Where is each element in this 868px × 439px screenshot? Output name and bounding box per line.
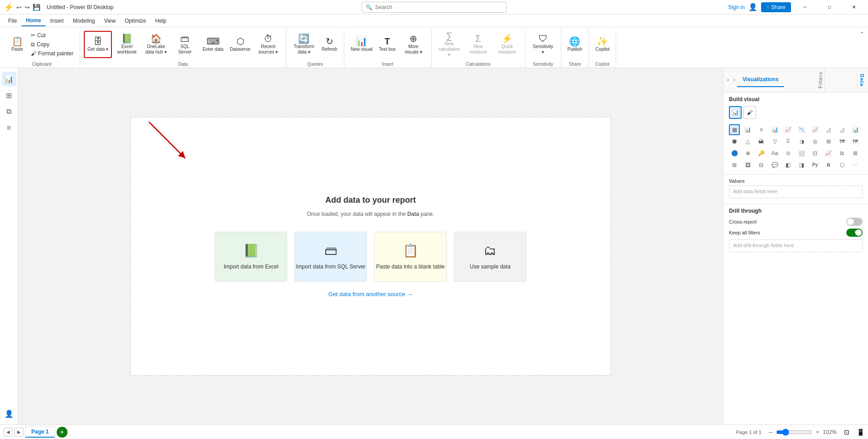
clustered-col-icon-btn[interactable]: 📊 bbox=[769, 124, 780, 135]
values-drop-area[interactable]: Add data fields here bbox=[729, 185, 863, 198]
stacked-bar-100-icon-btn[interactable]: ≡ bbox=[756, 124, 767, 135]
gauge-icon-btn[interactable]: ⊙ bbox=[783, 148, 794, 159]
kpi-icon-btn[interactable]: 📈 bbox=[823, 148, 834, 159]
clustered-bar-icon-btn[interactable]: 📊 bbox=[743, 124, 753, 135]
stacked-col-icon-btn[interactable]: 📈 bbox=[783, 124, 794, 135]
zoom-out-btn[interactable]: ─ bbox=[769, 429, 773, 435]
zoom-in-btn[interactable]: + bbox=[816, 429, 819, 435]
account-icon[interactable]: 👤 bbox=[748, 3, 757, 11]
powerautomate-icon-btn[interactable]: ◨ bbox=[796, 160, 807, 171]
copilot-button[interactable]: ✨ Copilot bbox=[593, 31, 612, 58]
format-icon-btn[interactable]: 🖌 bbox=[743, 106, 756, 119]
quick-measure-button[interactable]: ⚡ Quick measure bbox=[493, 31, 521, 58]
menu-insert[interactable]: Insert bbox=[46, 16, 68, 26]
paginated-icon-btn[interactable]: ⊟ bbox=[756, 160, 767, 171]
zoom-slider[interactable] bbox=[776, 429, 812, 436]
more-visuals-viz-btn[interactable]: ⋯ bbox=[850, 160, 861, 171]
add-page-btn[interactable]: + bbox=[57, 427, 68, 438]
funnel-icon-btn[interactable]: ▽ bbox=[769, 136, 780, 147]
copy-button[interactable]: ⧉ Copy bbox=[28, 40, 76, 49]
menu-optimize[interactable]: Optimize bbox=[120, 16, 150, 26]
page-prev-btn[interactable]: ◀ bbox=[4, 428, 13, 437]
filters-label[interactable]: Filters bbox=[818, 68, 823, 92]
key-influencers-icon-btn[interactable]: 🔑 bbox=[756, 148, 767, 159]
transform-data-button[interactable]: 🔄 Transform data ▾ bbox=[290, 31, 318, 58]
treemap-icon-btn[interactable]: ⊞ bbox=[823, 136, 834, 147]
bar-chart-icon-btn[interactable]: ▦ bbox=[729, 124, 740, 135]
menu-view[interactable]: View bbox=[99, 16, 120, 26]
menu-home[interactable]: Home bbox=[21, 15, 45, 26]
smart-narrative-icon-btn[interactable]: Aa bbox=[769, 148, 780, 159]
matrix-icon-btn[interactable]: ⊞ bbox=[729, 160, 740, 171]
menu-help[interactable]: Help bbox=[151, 16, 171, 26]
menu-modeling[interactable]: Modeling bbox=[68, 16, 100, 26]
table-view-btn[interactable]: ⊞ bbox=[2, 88, 16, 102]
map-icon-btn[interactable]: 🗺 bbox=[837, 136, 848, 147]
sample-data-card[interactable]: 🗂 Use sample data bbox=[454, 232, 526, 282]
image-icon-btn[interactable]: 🖼 bbox=[743, 160, 753, 171]
save-btn[interactable]: 💾 bbox=[33, 4, 40, 11]
drill-fields-drop[interactable]: Add drill-through fields here bbox=[729, 239, 863, 252]
panel-prev-btn[interactable]: ‹ bbox=[725, 75, 731, 85]
ribbon-chart-icon-btn[interactable]: △ bbox=[743, 136, 753, 147]
pie-icon-btn[interactable]: ◑ bbox=[796, 136, 807, 147]
publish-button[interactable]: 🌐 Publish bbox=[565, 31, 585, 58]
cut-button[interactable]: ✂ Cut bbox=[28, 31, 76, 39]
settings-btn[interactable]: 👤 bbox=[2, 406, 16, 421]
stacked-area-icon-btn[interactable]: ◿ bbox=[837, 124, 848, 135]
panel-next-btn[interactable]: › bbox=[732, 75, 737, 85]
report-view-btn[interactable]: 📊 bbox=[2, 72, 16, 86]
fit-page-btn[interactable]: ⊡ bbox=[844, 429, 849, 436]
page-next-btn[interactable]: ▶ bbox=[14, 428, 24, 437]
line-stacked-icon-btn[interactable]: ⬟ bbox=[729, 136, 740, 147]
onelake-button[interactable]: 🏠 OneLake data hub ▾ bbox=[142, 31, 170, 58]
paste-button[interactable]: 📋 Paste bbox=[7, 31, 27, 58]
recent-sources-button[interactable]: ⏱ Recent sources ▾ bbox=[254, 31, 282, 58]
line-clustered-icon-btn[interactable]: 📊 bbox=[850, 124, 861, 135]
r-icon-btn[interactable]: R bbox=[823, 160, 834, 171]
refresh-button[interactable]: ↻ Refresh bbox=[319, 31, 340, 58]
maximize-btn[interactable]: □ bbox=[819, 0, 840, 15]
waterfall-icon-btn[interactable]: 🏔 bbox=[756, 136, 767, 147]
redo-btn[interactable]: ↪ bbox=[24, 4, 30, 11]
multirow-card-icon-btn[interactable]: ⊡ bbox=[810, 148, 820, 159]
collapse-ribbon-btn[interactable]: ⌃ bbox=[860, 31, 864, 37]
import-excel-card[interactable]: 📗 Import data from Excel bbox=[215, 232, 287, 282]
model-view-btn[interactable]: ⧉ bbox=[2, 104, 16, 119]
report-canvas[interactable]: Add data to your report Once loaded, you… bbox=[130, 117, 611, 376]
sign-in-link[interactable]: Sign in bbox=[728, 4, 745, 10]
get-data-button[interactable]: 🗄 Get data ▾ bbox=[84, 31, 112, 58]
format-painter-button[interactable]: 🖌 Format painter bbox=[28, 49, 76, 58]
new-visual-button[interactable]: 📊 New visual bbox=[348, 31, 375, 58]
dax-query-btn[interactable]: ≡ bbox=[2, 121, 16, 135]
menu-file[interactable]: File bbox=[4, 16, 21, 26]
data-label[interactable]: Data bbox=[859, 70, 865, 90]
text-box-button[interactable]: T Text box bbox=[376, 31, 398, 58]
sql-server-button[interactable]: 🗃 SQL Server bbox=[171, 31, 199, 58]
page-1-tab[interactable]: Page 1 bbox=[25, 426, 55, 438]
minimize-btn[interactable]: ─ bbox=[795, 0, 815, 15]
share-button[interactable]: ↑ Share bbox=[761, 2, 791, 12]
donut-icon-btn[interactable]: ◎ bbox=[810, 136, 820, 147]
powerapp-icon-btn[interactable]: ◧ bbox=[783, 160, 794, 171]
enter-data-button[interactable]: ⌨ Enter data bbox=[200, 31, 226, 58]
filters-tab[interactable]: Filters bbox=[816, 68, 825, 92]
shape-icon-btn[interactable]: ⬡ bbox=[837, 160, 848, 171]
paste-data-card[interactable]: 📋 Paste data into a blank table bbox=[374, 232, 447, 282]
stacked-col-100-icon-btn[interactable]: 📉 bbox=[796, 124, 807, 135]
azure-map-icon-btn[interactable]: 🔵 bbox=[729, 148, 740, 159]
new-measure-button[interactable]: Σ New measure bbox=[464, 31, 492, 58]
table-icon-btn[interactable]: ⊞ bbox=[850, 148, 861, 159]
qna-icon-btn[interactable]: 💬 bbox=[769, 160, 780, 171]
card-icon-btn[interactable]: ⬜ bbox=[796, 148, 807, 159]
build-icon-btn[interactable]: 📊 bbox=[729, 106, 742, 119]
sensitivity-button[interactable]: 🛡 Sensitivity ▾ bbox=[529, 31, 557, 58]
decomp-tree-icon-btn[interactable]: ⊕ bbox=[743, 148, 753, 159]
cross-report-toggle[interactable]: Off bbox=[846, 218, 863, 226]
keep-all-filters-toggle[interactable]: On bbox=[846, 229, 863, 237]
close-btn[interactable]: ✕ bbox=[844, 0, 864, 15]
import-sql-card[interactable]: 🗃 Import data from SQL Server bbox=[294, 232, 367, 282]
data-tab[interactable]: Data bbox=[857, 70, 866, 90]
python-icon-btn[interactable]: Py bbox=[810, 160, 820, 171]
dataverse-button[interactable]: ⬡ Dataverse bbox=[227, 31, 253, 58]
